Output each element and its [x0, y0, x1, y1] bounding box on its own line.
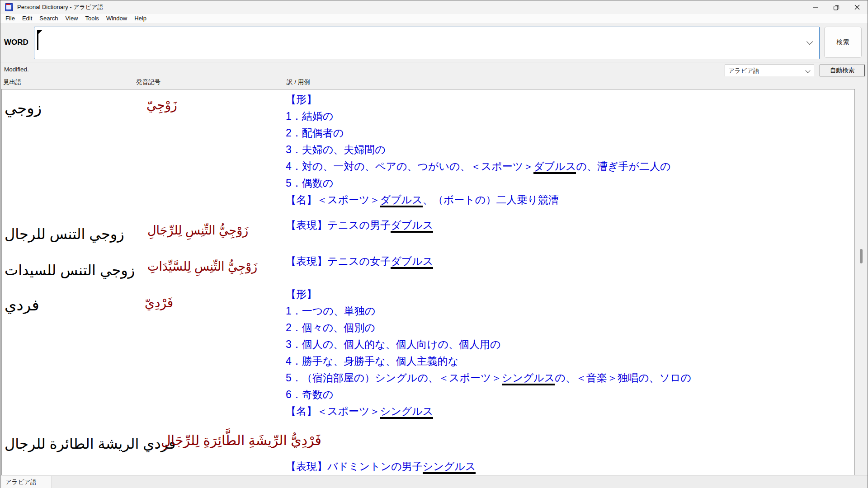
auto-search-button[interactable]: 自動検索	[820, 65, 865, 77]
translation-text: 4．対の、一対の、ペアの、つがいの、＜スポーツ＞	[286, 160, 533, 172]
window-title: Personal Dictionary - アラビア語	[17, 3, 104, 11]
link-word[interactable]: ダブルス	[391, 219, 433, 233]
restore-button[interactable]	[826, 0, 847, 14]
link-word[interactable]: シングルス	[423, 460, 476, 474]
title-bar: Personal Dictionary - アラビア語	[0, 0, 868, 14]
modified-status: Modified.	[4, 62, 29, 77]
column-headword[interactable]: 見出語	[3, 76, 22, 88]
minimize-button[interactable]	[805, 0, 826, 14]
translation-text: 2．個々の、個別の	[286, 322, 375, 333]
translation-line: 5．（宿泊部屋の）シングルの、＜スポーツ＞シングルスの、＜音楽＞独唱の、ソロの	[286, 370, 691, 386]
search-button[interactable]: 検索	[824, 27, 862, 58]
translation-text: の、＜音楽＞独唱の、ソロの	[555, 372, 691, 384]
minimize-icon	[805, 0, 826, 14]
translation-text: 2．配偶者の	[286, 127, 344, 139]
menu-edit[interactable]: Edit	[19, 14, 35, 23]
menu-bar: File Edit Search View Tools Window Help	[0, 14, 868, 23]
entry-pronunciation: فَرْدِيّ	[145, 294, 173, 313]
menu-help[interactable]: Help	[131, 14, 150, 23]
translation-line: 6．奇数の	[286, 386, 691, 403]
translation-text: 5．偶数の	[286, 177, 333, 189]
entry-pronunciation: فَرْدِيُّ الرِّيشَةِ الطَّائِرَةِ لِلرِّ…	[161, 430, 321, 450]
link-word[interactable]: シングルス	[502, 372, 555, 385]
translation-text: 5．（宿泊部屋の）シングルの、＜スポーツ＞	[286, 372, 502, 384]
word-combobox[interactable]	[34, 27, 820, 59]
close-icon	[847, 0, 868, 14]
dictionary-select[interactable]: アラビア語	[725, 65, 814, 77]
translation-text: 【形】	[286, 288, 317, 300]
link-word[interactable]: ダブルス	[380, 194, 423, 207]
entry-pronunciation: زَوْجِيّ	[146, 96, 177, 115]
close-button[interactable]	[847, 0, 868, 14]
entry-pronunciation: زَوْجِيُّ التِّنِسِ لِلرِّجَالِ	[147, 221, 248, 240]
link-word[interactable]: シングルス	[380, 405, 434, 419]
text-caret	[37, 30, 38, 50]
entry-headword[interactable]: زوجي التنس للسيدات	[5, 259, 135, 281]
translation-line: 5．偶数の	[286, 175, 671, 192]
entry-translation: 【形】 1．一つの、単独の 2．個々の、個別の 3．個人の、個人的な、個人向けの…	[286, 286, 691, 420]
menu-file[interactable]: File	[2, 14, 18, 23]
column-translation[interactable]: 訳 / 用例	[287, 76, 310, 88]
translation-text: 1．一つの、単独の	[286, 305, 375, 317]
bottom-status-bar: アラビア語	[0, 475, 868, 488]
translation-text: の、漕ぎ手が二人の	[576, 160, 670, 172]
translation-line: 【表現】テニスの女子ダブルス	[286, 253, 433, 270]
translation-line: 【名】＜スポーツ＞ダブルス、（ボートの）二人乗り競漕	[286, 192, 671, 208]
entry-headword[interactable]: زوجي التنس للرجال	[5, 223, 124, 245]
chevron-down-icon[interactable]	[807, 38, 813, 45]
translation-text: 3．個人の、個人的な、個人向けの、個人用の	[286, 338, 501, 350]
translation-text: 【名】＜スポーツ＞	[286, 405, 380, 417]
translation-line: 3．夫婦の、夫婦間の	[286, 141, 671, 158]
dictionary-tab[interactable]: アラビア語	[1, 476, 52, 488]
translation-text: 3．夫婦の、夫婦間の	[286, 144, 386, 155]
translation-text: 1．結婚の	[286, 110, 333, 122]
translation-text: 【名】＜スポーツ＞	[286, 194, 380, 206]
translation-line: 【形】	[286, 91, 671, 108]
dictionary-select-value: アラビア語	[728, 65, 760, 76]
menu-window[interactable]: Window	[103, 14, 130, 23]
entry-headword[interactable]: فردي الريشة الطائرة للرجال	[5, 433, 176, 455]
entry-headword[interactable]: فردي	[5, 294, 39, 317]
entry-translation: 【表現】バドミントンの男子シングルス	[286, 458, 476, 475]
translation-line: 1．結婚の	[286, 108, 671, 125]
column-pronunciation[interactable]: 発音記号	[136, 76, 160, 88]
window-controls	[805, 0, 868, 14]
translation-text: 4．勝手な、身勝手な、個人主義的な	[286, 355, 458, 367]
translation-text: 、（ボートの）二人乗り競漕	[423, 194, 559, 206]
translation-line: 4．勝手な、身勝手な、個人主義的な	[286, 353, 691, 370]
pdic-book-icon	[5, 3, 13, 11]
restore-icon	[826, 0, 847, 14]
entry-translation: 【表現】テニスの女子ダブルス	[286, 253, 433, 270]
translation-line: 3．個人の、個人的な、個人向けの、個人用の	[286, 336, 691, 353]
status-row: Modified. アラビア語 自動検索	[0, 62, 868, 76]
translation-text: 【形】	[286, 94, 317, 105]
app-window: Personal Dictionary - アラビア語 File Edit Se…	[0, 0, 868, 488]
translation-line: 1．一つの、単独の	[286, 303, 691, 319]
translation-line: 【名】＜スポーツ＞シングルス	[286, 403, 691, 420]
link-word[interactable]: ダブルス	[533, 160, 576, 174]
translation-line: 2．個々の、個別の	[286, 319, 691, 336]
word-input[interactable]	[41, 29, 800, 57]
entry-translation: 【形】 1．結婚の 2．配偶者の 3．夫婦の、夫婦間の 4．対の、一対の、ペアの…	[286, 91, 671, 208]
chevron-down-icon	[805, 68, 810, 73]
translation-text: 【表現】テニスの男子	[286, 219, 391, 231]
translation-text: 【表現】テニスの女子	[286, 255, 391, 267]
translation-text: 6．奇数の	[286, 389, 333, 400]
vertical-scrollbar[interactable]	[856, 89, 866, 475]
translation-line: 【表現】テニスの男子ダブルス	[286, 217, 433, 234]
translation-line: 4．対の、一対の、ペアの、つがいの、＜スポーツ＞ダブルスの、漕ぎ手が二人の	[286, 158, 671, 175]
entry-headword[interactable]: زوجي	[5, 97, 42, 120]
menu-view[interactable]: View	[62, 14, 81, 23]
link-word[interactable]: ダブルス	[391, 255, 433, 269]
scrollbar-thumb[interactable]	[860, 249, 863, 263]
menu-tools[interactable]: Tools	[82, 14, 102, 23]
word-label: WORD	[4, 23, 28, 62]
translation-line: 2．配偶者の	[286, 125, 671, 141]
search-row: WORD 検索	[0, 23, 868, 62]
entry-list: زوجي زَوْجِيّ 【形】 1．結婚の 2．配偶者の 3．夫婦の、夫婦間…	[1, 89, 855, 475]
entry-pronunciation: زَوْجِيُّ التِّنِسِ لِلسَّيِّدَاتِ	[147, 258, 257, 276]
translation-line: 【形】	[286, 286, 691, 303]
menu-search[interactable]: Search	[36, 14, 61, 23]
entry-translation: 【表現】テニスの男子ダブルス	[286, 217, 433, 234]
translation-line: 【表現】バドミントンの男子シングルス	[286, 458, 476, 475]
